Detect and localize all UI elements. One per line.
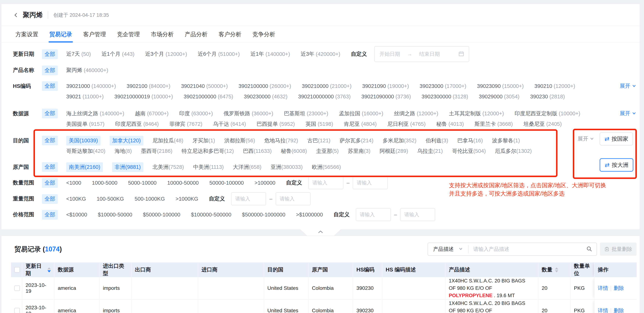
tab-competitor-mgmt[interactable]: 竞企管理 <box>116 26 141 42</box>
by-continent-button[interactable]: ⇄ 按大洲 <box>600 158 633 172</box>
filter-option[interactable]: 土耳其定制版 (12000+) <box>449 110 504 117</box>
filter-option[interactable]: $100000-500000 <box>191 212 231 218</box>
filter-option[interactable]: 10000-50000 <box>167 180 199 186</box>
filter-option[interactable]: 亚洲(380033) <box>271 163 303 171</box>
filter-option[interactable]: 古巴(121) <box>307 137 330 144</box>
filter-option[interactable]: 萨尔瓦多(214) <box>340 137 374 144</box>
filter-option[interactable]: 英国 (5198) <box>306 120 333 128</box>
filter-option[interactable]: 尼日利亚 (4765) <box>387 120 426 128</box>
filter-option[interactable]: 哥伦比亚(504) <box>452 147 486 155</box>
filter-option[interactable]: 39021090000 (3736) <box>362 94 411 100</box>
filter-option[interactable]: 伯利兹(3) <box>426 137 448 144</box>
filter-option[interactable]: 美国提单 (9157) <box>66 120 104 128</box>
filter-option[interactable]: 近1年 (140000+) <box>250 50 290 58</box>
search-field-select[interactable]: 产品描述 <box>428 246 468 253</box>
filter-option[interactable]: 秘鲁(6008) <box>281 147 307 155</box>
row-checkbox[interactable] <box>14 286 20 291</box>
all-chip[interactable]: 全部 <box>42 210 58 220</box>
filter-option[interactable]: 海上丝绸之路 (140000+) <box>66 110 124 117</box>
filter-option[interactable]: 尼加拉瓜(48) <box>152 137 184 144</box>
filter-option[interactable]: 坦桑尼亚 (2405) <box>524 120 562 128</box>
select-all-checkbox[interactable] <box>14 267 20 273</box>
start-date-input[interactable]: 开始日期 <box>380 50 400 57</box>
tab-plan-settings[interactable]: 方案设置 <box>14 26 40 42</box>
delete-link[interactable]: 删除 <box>614 285 624 291</box>
filter-option[interactable]: 39021 (11000+) <box>66 94 104 100</box>
back-icon[interactable] <box>14 13 18 17</box>
tab-customer-analysis[interactable]: 客户分析 <box>218 26 242 42</box>
filter-option[interactable]: 5000-10000 <box>128 180 156 186</box>
filter-option[interactable]: 斯里兰卡 (3668) <box>474 120 513 128</box>
filter-option[interactable]: 印度尼西亚定制版 (10000+) <box>515 110 580 117</box>
filter-option[interactable]: 美国(10039) <box>66 136 100 145</box>
tab-customer-mgmt[interactable]: 客户管理 <box>82 26 107 42</box>
filter-option[interactable]: 近6个月 (51000+) <box>198 50 240 58</box>
filter-option[interactable]: 丝绸之路 (12000+) <box>394 110 438 117</box>
batch-delete-button[interactable]: 批量删除 <box>600 243 637 256</box>
tab-product-analysis[interactable]: 产品分析 <box>184 26 209 42</box>
filter-option[interactable]: 危地马拉(792) <box>264 137 298 144</box>
filter-option[interactable]: 巴西(11633) <box>243 147 272 155</box>
detail-link[interactable]: 详情 <box>598 285 608 291</box>
all-chip[interactable]: 全部 <box>42 66 58 75</box>
filter-option[interactable]: 3902100 (84000+) <box>126 83 170 89</box>
custom-option[interactable]: 自定义 <box>209 195 225 203</box>
sort-qty[interactable] <box>555 267 558 272</box>
filter-option[interactable]: 3902100000 (26000+) <box>238 83 291 89</box>
row-checkbox[interactable] <box>14 308 20 313</box>
filter-option[interactable]: 巴基斯坦 (23000+) <box>284 110 328 117</box>
all-chip[interactable]: 全部 <box>42 178 58 188</box>
qty-max-input[interactable]: 请输入 <box>353 176 388 189</box>
filter-option[interactable]: 390230000 (4632) <box>244 94 288 100</box>
filter-option[interactable]: 印度尼西亚 (8464) <box>115 120 159 128</box>
weight-max-input[interactable]: 请输入 <box>276 192 310 205</box>
price-max-input[interactable]: 请输入 <box>400 208 435 221</box>
filter-option[interactable]: 巴西提单 (5952) <box>257 120 295 128</box>
filter-option[interactable]: 阿根廷(289) <box>380 147 408 155</box>
filter-option[interactable]: 肯尼亚 (4804) <box>344 120 377 128</box>
tab-trade-records[interactable]: 贸易记录 <box>48 26 73 42</box>
filter-option[interactable]: 欧洲(56566) <box>312 163 341 171</box>
filter-option[interactable]: 1000-5000 <box>92 180 118 186</box>
custom-option[interactable]: 自定义 <box>286 179 302 186</box>
filter-option[interactable]: 非洲(9881) <box>112 162 143 172</box>
filter-option[interactable]: 厄瓜多尔(1302) <box>495 147 532 155</box>
filter-option[interactable]: 越南 (67000+) <box>135 110 168 117</box>
by-country-button[interactable]: ⇄ 按国家 <box>600 132 633 145</box>
custom-option[interactable]: 自定义 <box>334 211 350 218</box>
filter-option[interactable]: >$1000000 <box>296 212 323 218</box>
filter-option[interactable]: 近7天 (50) <box>66 50 91 58</box>
filter-option[interactable]: 加拿大(120) <box>110 136 143 145</box>
filter-option[interactable]: <100KG <box>66 196 86 202</box>
filter-option[interactable]: <1000 <box>66 180 81 186</box>
filter-option[interactable]: 39021000000 (6475) <box>184 94 233 100</box>
price-min-input[interactable]: 请输入 <box>356 208 391 221</box>
all-chip[interactable]: 全部 <box>42 81 58 91</box>
filter-option[interactable]: 孟加拉国 (16000+) <box>339 110 383 117</box>
filter-option[interactable]: 50000-100000 <box>210 180 244 186</box>
filter-option[interactable]: 墨西哥(2186) <box>141 147 172 155</box>
filter-option[interactable]: 390210 (12000+) <box>534 83 575 89</box>
filter-option[interactable]: $500000-1000000 <box>242 212 285 218</box>
delete-link[interactable]: 删除 <box>614 308 624 313</box>
tab-market-analysis[interactable]: 市场分析 <box>150 26 175 42</box>
header-qty[interactable]: 数量 <box>538 263 570 277</box>
filter-option[interactable]: 秘鲁 (4013) <box>436 120 464 128</box>
search-icon[interactable] <box>586 246 592 253</box>
qty-min-input[interactable]: 请输入 <box>308 176 343 189</box>
filter-option[interactable]: 390210000019 (10000+) <box>114 94 173 100</box>
all-chip[interactable]: 全部 <box>42 162 58 172</box>
all-chip[interactable]: 全部 <box>42 194 58 204</box>
filter-option[interactable]: 39021040 (50000+) <box>181 83 228 89</box>
filter-option[interactable]: 南美洲(2160) <box>66 162 103 172</box>
filter-option[interactable]: 牙买加(1) <box>192 137 215 144</box>
weight-min-input[interactable]: 请输入 <box>231 192 266 205</box>
filter-option[interactable]: 39029000 (3054) <box>479 94 520 100</box>
all-chip[interactable]: 全部 <box>42 136 58 145</box>
filter-option[interactable]: 印度 (63000+) <box>179 110 213 117</box>
search-input[interactable]: 请输入产品描述 <box>468 246 586 253</box>
filter-option[interactable]: 100-500KG <box>96 196 124 202</box>
filter-option[interactable]: 39021090 (19000+) <box>362 83 409 89</box>
filter-option[interactable]: 390230 (2818) <box>530 94 565 100</box>
tab-competition-analysis[interactable]: 竞争分析 <box>251 26 276 42</box>
